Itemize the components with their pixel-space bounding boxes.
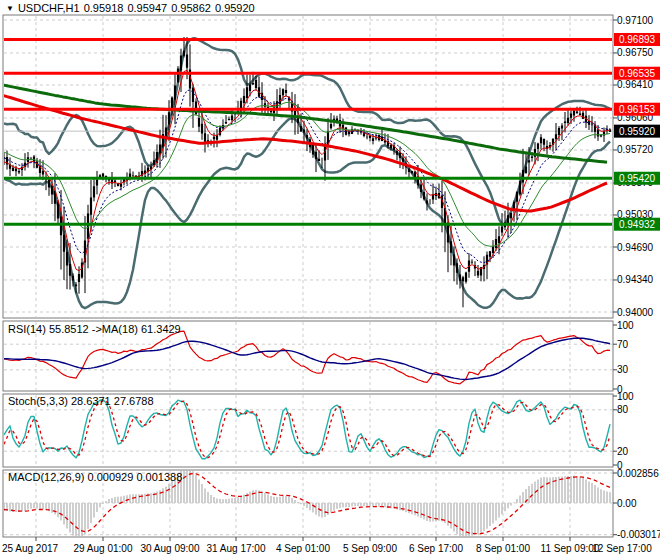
symbol-label: USDCHF,H1 — [18, 2, 80, 14]
ohlc-close: 0.95920 — [215, 2, 255, 14]
svg-text:0.96535: 0.96535 — [619, 68, 656, 79]
time-tick-label: 11 Sep 09:00 — [541, 543, 600, 554]
time-tick-label: 12 Sep 17:00 — [592, 543, 652, 554]
time-tick-label: 25 Aug 2017 — [2, 543, 59, 554]
svg-text:0.96153: 0.96153 — [619, 104, 656, 115]
macd-tick-label: -0.003017 — [617, 529, 660, 540]
time-tick-label: 8 Sep 01:00 — [476, 543, 530, 554]
price-tick-label: 0.96410 — [617, 79, 654, 90]
price-tick-label: 0.94690 — [617, 242, 654, 253]
svg-text:0.94932: 0.94932 — [619, 219, 656, 230]
symbol-dropdown-icon[interactable]: ▼ — [6, 4, 14, 13]
chart-window: 0.971000.967500.964100.960600.957200.953… — [0, 0, 660, 560]
svg-text:0.95420: 0.95420 — [619, 173, 656, 184]
chart-header: ▼USDCHF,H10.959180.959470.958620.95920 — [6, 2, 259, 14]
resistance-price-badge: 0.96893 — [614, 33, 660, 46]
time-tick-label: 29 Aug 01:00 — [74, 543, 133, 554]
resistance-price-badge: 0.96153 — [614, 103, 660, 116]
stoch-tick-label: 20 — [617, 446, 629, 457]
ohlc-low: 0.95862 — [171, 2, 211, 14]
ohlc-open: 0.95918 — [84, 2, 124, 14]
price-tick-label: 0.94340 — [617, 274, 654, 285]
resistance-price-badge: 0.96535 — [614, 67, 660, 80]
rsi-tick-label: 30 — [617, 364, 629, 375]
current-price-badge: 0.95920 — [614, 125, 660, 138]
support-price-badge: 0.95420 — [614, 172, 660, 185]
svg-text:0.95920: 0.95920 — [619, 126, 656, 137]
price-tick-label: 0.96750 — [617, 47, 654, 58]
time-tick-label: 6 Sep 17:00 — [409, 543, 463, 554]
macd-tick-label: 0.002856 — [617, 468, 659, 479]
stoch-tick-label: 100 — [617, 391, 634, 402]
time-tick-label: 31 Aug 17:00 — [207, 543, 266, 554]
time-tick-label: 4 Sep 01:00 — [276, 543, 330, 554]
price-tick-label: 0.95720 — [617, 144, 654, 155]
stoch-tick-label: 80 — [617, 404, 629, 415]
rsi-tick-label: 70 — [617, 339, 629, 350]
rsi-indicator-label: RSI(14) 55.8512 ->MA(18) 61.3429 — [8, 323, 181, 335]
time-tick-label: 5 Sep 09:00 — [343, 543, 397, 554]
support-price-badge: 0.94932 — [614, 218, 660, 231]
svg-text:0.96893: 0.96893 — [619, 34, 656, 45]
stoch-indicator-label: Stoch(5,3,3) 28.6371 27.6788 — [8, 395, 154, 407]
macd-indicator-label: MACD(12,26,9) 0.000929 0.001388 — [8, 471, 182, 483]
rsi-tick-label: 100 — [617, 320, 634, 331]
macd-tick-label: 0.00 — [617, 498, 637, 509]
price-tick-label: 0.97100 — [617, 15, 654, 26]
price-tick-label: 0.94000 — [617, 307, 654, 318]
ohlc-high: 0.95947 — [127, 2, 167, 14]
time-tick-label: 30 Aug 09:00 — [141, 543, 200, 554]
